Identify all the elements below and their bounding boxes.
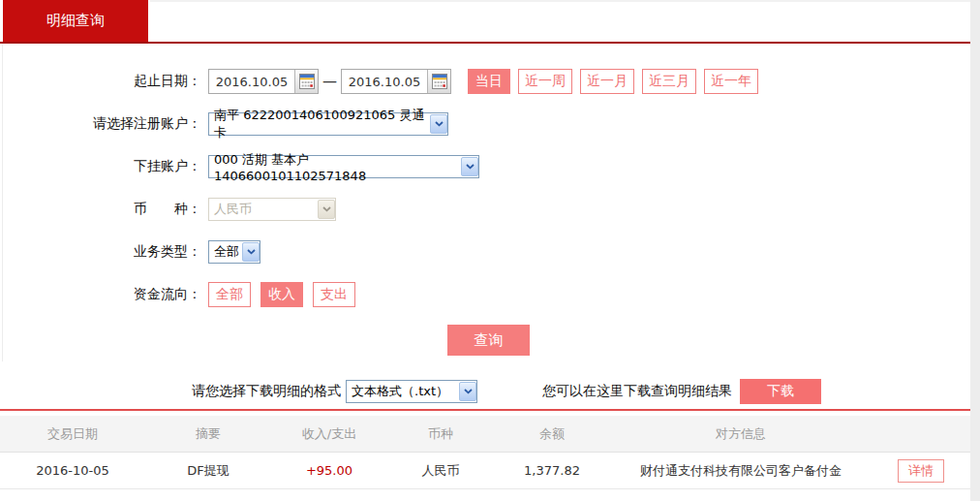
download-format-label: 请您选择下载明细的格式	[0, 383, 341, 400]
currency-row: 币 种： 人民币	[0, 197, 970, 222]
chevron-down-icon	[430, 114, 447, 134]
cell-amount: +95.00	[271, 463, 387, 478]
top-divider	[150, 0, 970, 2]
registered-account-value: 南平 6222001406100921065 灵通卡	[214, 107, 430, 141]
cell-trade-date: 2016-10-05	[0, 463, 145, 478]
currency-label: 币 种：	[0, 201, 208, 218]
start-date-value: 2016.10.05	[209, 75, 294, 89]
chevron-down-icon	[318, 200, 335, 219]
chevron-down-icon	[459, 382, 476, 401]
range-button-year[interactable]: 近一年	[704, 69, 758, 94]
scrollbar-track[interactable]	[970, 0, 980, 501]
query-form: 起止日期： 2016.10.05 — 2016.10	[0, 69, 970, 404]
query-button[interactable]: 查询	[447, 325, 530, 356]
detail-button[interactable]: 详情	[898, 459, 944, 483]
download-hint-text: 您可以在这里下载查询明细结果	[542, 383, 732, 400]
results-table: 交易日期 摘要 收入/支出 币种 余额 对方信息 2016-10-05 DF提现…	[0, 416, 970, 489]
sub-account-value: 000 活期 基本户 1406600101102571848	[214, 151, 461, 183]
tab-underline	[0, 42, 970, 44]
registered-account-row: 请选择注册账户： 南平 6222001406100921065 灵通卡	[0, 111, 970, 137]
header-trade-date: 交易日期	[0, 425, 145, 443]
sub-account-select[interactable]: 000 活期 基本户 1406600101102571848	[208, 155, 479, 178]
cell-balance: 1,377.82	[494, 463, 610, 478]
business-type-row: 业务类型： 全部	[0, 239, 970, 265]
tab-label: 明细查询	[46, 12, 105, 30]
fund-flow-all-button[interactable]: 全部	[208, 282, 251, 307]
fund-flow-expense-button[interactable]: 支出	[313, 282, 355, 307]
header-summary: 摘要	[145, 425, 271, 443]
chevron-down-icon	[461, 157, 478, 176]
registered-account-label: 请选择注册账户：	[0, 115, 208, 133]
download-button[interactable]: 下载	[740, 379, 821, 404]
end-date-input[interactable]: 2016.10.05	[341, 69, 451, 94]
date-range-label: 起止日期：	[0, 73, 208, 90]
header-income-expense: 收入/支出	[271, 425, 387, 443]
date-range-separator: —	[319, 73, 341, 90]
end-date-value: 2016.10.05	[342, 75, 427, 89]
end-date-calendar-button[interactable]	[427, 70, 450, 93]
query-button-row: 查询	[447, 325, 970, 356]
download-row: 请您选择下载明细的格式 文本格式（.txt） 您可以在这里下载查询明细结果 下载	[0, 379, 970, 404]
date-range-row: 起止日期： 2016.10.05 — 2016.10	[0, 69, 970, 94]
fund-flow-label: 资金流向：	[0, 286, 208, 303]
results-divider	[0, 409, 970, 411]
currency-value: 人民币	[214, 201, 252, 218]
download-format-select[interactable]: 文本格式（.txt）	[346, 380, 477, 403]
currency-select-disabled: 人民币	[208, 198, 336, 221]
table-row: 2016-10-05 DF提现 +95.00 人民币 1,377.82 财付通支…	[0, 453, 970, 489]
business-type-value: 全部	[214, 243, 239, 261]
calendar-icon	[432, 74, 447, 89]
download-format-value: 文本格式（.txt）	[352, 383, 448, 400]
range-button-today[interactable]: 当日	[468, 69, 510, 94]
header-counterparty: 对方信息	[610, 425, 872, 443]
tab-detail-query[interactable]: 明细查询	[3, 0, 148, 42]
header-currency: 币种	[387, 425, 494, 443]
fund-flow-income-button[interactable]: 收入	[260, 282, 303, 307]
sub-account-row: 下挂账户： 000 活期 基本户 1406600101102571848	[0, 154, 970, 179]
chevron-down-icon	[242, 242, 260, 262]
header-balance: 余额	[494, 425, 610, 443]
range-button-month[interactable]: 近一月	[580, 69, 634, 94]
business-type-select[interactable]: 全部	[208, 240, 260, 264]
cell-summary: DF提现	[145, 462, 271, 480]
cell-actions: 详情	[872, 459, 970, 483]
detail-query-page: 明细查询 起止日期： 2016.10.05	[0, 0, 980, 501]
fund-flow-row: 资金流向： 全部 收入 支出	[0, 282, 970, 307]
cell-counterparty: 财付通支付科技有限公司客户备付金	[610, 462, 872, 480]
table-header-row: 交易日期 摘要 收入/支出 币种 余额 对方信息	[0, 416, 970, 453]
range-button-week[interactable]: 近一周	[518, 69, 572, 94]
range-button-quarter[interactable]: 近三月	[642, 69, 696, 94]
registered-account-select[interactable]: 南平 6222001406100921065 灵通卡	[208, 112, 448, 136]
start-date-input[interactable]: 2016.10.05	[208, 69, 319, 94]
sub-account-label: 下挂账户：	[0, 158, 208, 175]
start-date-calendar-button[interactable]	[294, 70, 318, 93]
calendar-icon	[299, 74, 315, 89]
cell-currency: 人民币	[387, 462, 494, 480]
business-type-label: 业务类型：	[0, 243, 208, 261]
